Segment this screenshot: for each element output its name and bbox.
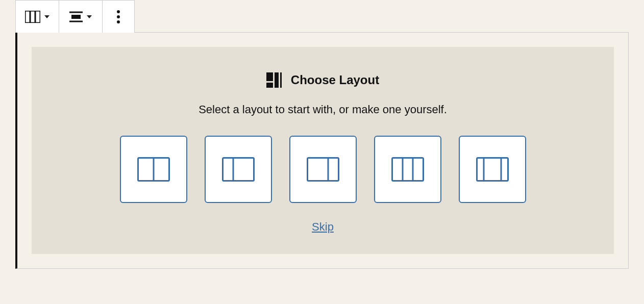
columns-block: Choose Layout Select a layout to start w…	[15, 32, 629, 269]
skip-link[interactable]: Skip	[312, 220, 334, 234]
svg-rect-22	[477, 158, 508, 181]
toolbar-group-more	[103, 0, 135, 33]
layout-option-33-66[interactable]	[205, 136, 272, 203]
placeholder-header: Choose Layout	[52, 72, 593, 88]
align-icon	[69, 11, 83, 22]
layout-icon	[266, 72, 282, 88]
svg-rect-15	[222, 158, 254, 181]
more-options-button[interactable]	[103, 1, 134, 33]
svg-rect-4	[71, 15, 81, 19]
toolbar-group-align	[59, 0, 103, 33]
layout-option-50-50[interactable]	[120, 136, 187, 203]
more-vertical-icon	[117, 10, 120, 24]
layout-options	[52, 136, 593, 203]
svg-rect-9	[266, 72, 273, 81]
chevron-down-icon	[44, 15, 49, 18]
svg-rect-19	[392, 158, 423, 181]
chevron-down-icon	[87, 15, 92, 18]
layout-option-25-50-25[interactable]	[459, 136, 526, 203]
block-type-button[interactable]	[16, 1, 59, 33]
svg-rect-17	[307, 158, 338, 181]
toolbar-group-block	[15, 0, 59, 33]
columns-icon	[25, 11, 40, 23]
layout-placeholder: Choose Layout Select a layout to start w…	[32, 47, 614, 254]
placeholder-description: Select a layout to start with, or make o…	[52, 103, 593, 116]
layout-option-66-33[interactable]	[289, 136, 357, 203]
layout-option-33-33-33[interactable]	[374, 136, 441, 203]
svg-rect-10	[266, 83, 273, 88]
placeholder-title: Choose Layout	[291, 73, 379, 87]
svg-point-6	[117, 10, 120, 13]
block-toolbar	[15, 0, 644, 33]
svg-rect-12	[280, 72, 282, 88]
align-button[interactable]	[59, 1, 102, 33]
svg-point-8	[117, 20, 120, 23]
svg-rect-11	[275, 72, 279, 88]
svg-rect-0	[25, 11, 40, 23]
svg-point-7	[117, 15, 120, 18]
